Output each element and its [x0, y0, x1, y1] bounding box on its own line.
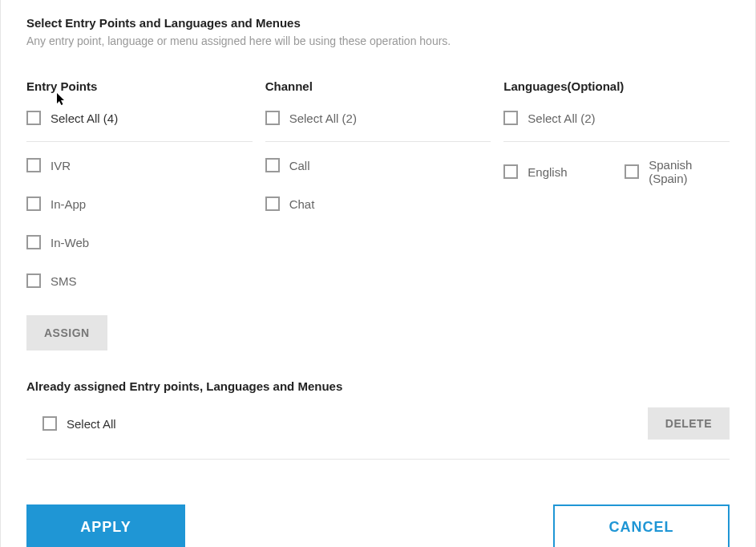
checkbox-inapp[interactable] — [26, 197, 41, 211]
languages-select-all-checkbox[interactable] — [503, 111, 518, 125]
column-languages: Languages(Optional) Select All (2) Engli… — [503, 79, 730, 350]
assigned-select-all-label: Select All — [67, 417, 116, 431]
columns: Entry Points Select All (4) IVR In-App I… — [26, 79, 730, 350]
label-sms: SMS — [51, 274, 77, 288]
checkbox-inweb[interactable] — [26, 235, 41, 249]
cancel-button[interactable]: CANCEL — [553, 504, 730, 547]
assigned-row: Select All DELETE — [26, 407, 730, 460]
channel-select-all-row: Select All (2) — [265, 111, 491, 142]
checkbox-call[interactable] — [265, 158, 280, 172]
label-call: Call — [289, 159, 310, 172]
label-chat: Chat — [289, 197, 315, 211]
entry-points-select-all-checkbox[interactable] — [26, 111, 41, 125]
entry-points-select-all-row: Select All (4) — [26, 111, 253, 142]
checkbox-english[interactable] — [503, 164, 518, 179]
channel-header: Channel — [265, 79, 491, 93]
checkbox-spanish[interactable] — [625, 164, 639, 179]
entry-points-select-all-label: Select All (4) — [51, 111, 118, 125]
main-panel: Select Entry Points and Languages and Me… — [0, 0, 756, 547]
label-ivr: IVR — [51, 159, 71, 172]
language-option-english: English — [503, 158, 608, 185]
assign-button[interactable]: ASSIGN — [26, 315, 107, 350]
checkbox-ivr[interactable] — [26, 158, 41, 172]
assigned-select-all-checkbox[interactable] — [42, 416, 57, 431]
entry-point-option-inweb: In-Web — [26, 235, 253, 249]
label-inapp: In-App — [51, 197, 86, 211]
channel-select-all-checkbox[interactable] — [265, 111, 280, 125]
languages-header: Languages(Optional) — [503, 79, 730, 93]
column-entry-points: Entry Points Select All (4) IVR In-App I… — [26, 79, 253, 350]
label-spanish: Spanish (Spain) — [649, 158, 730, 185]
entry-points-header: Entry Points — [26, 79, 253, 93]
languages-select-all-label: Select All (2) — [528, 111, 595, 125]
delete-button[interactable]: DELETE — [648, 407, 730, 440]
channel-option-call: Call — [265, 158, 491, 172]
entry-point-option-ivr: IVR — [26, 158, 253, 172]
apply-button[interactable]: APPLY — [26, 504, 185, 547]
label-inweb: In-Web — [51, 236, 89, 249]
section-subtitle: Any entry point, language or menu assign… — [26, 34, 730, 47]
entry-point-option-inapp: In-App — [26, 197, 253, 211]
column-channel: Channel Select All (2) Call Chat — [265, 79, 491, 350]
assigned-section-title: Already assigned Entry points, Languages… — [26, 379, 730, 393]
footer-buttons: APPLY CANCEL — [26, 504, 730, 547]
language-option-spanish: Spanish (Spain) — [625, 158, 730, 185]
checkbox-sms[interactable] — [26, 274, 41, 288]
checkbox-chat[interactable] — [265, 197, 280, 211]
section-title: Select Entry Points and Languages and Me… — [26, 16, 730, 30]
channel-option-chat: Chat — [265, 197, 491, 211]
label-english: English — [528, 165, 567, 179]
channel-select-all-label: Select All (2) — [289, 111, 357, 125]
languages-select-all-row: Select All (2) — [503, 111, 730, 142]
languages-options-row: English Spanish (Spain) — [503, 158, 730, 185]
entry-point-option-sms: SMS — [26, 274, 253, 288]
